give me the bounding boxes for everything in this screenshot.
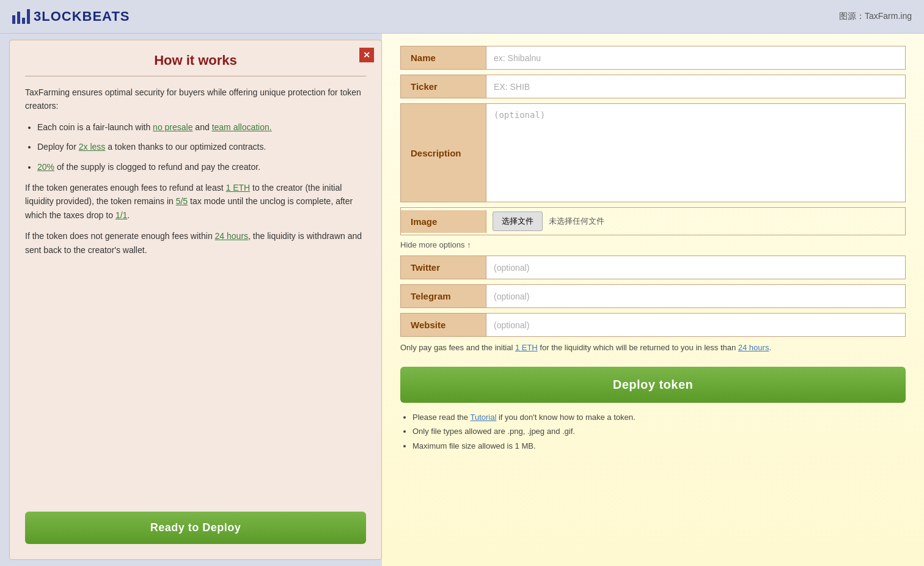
paragraph-3: If the token does not generate enough fe… <box>25 229 366 257</box>
bullet-3-after: of the supply is clogged to refund and p… <box>54 162 260 172</box>
website-input[interactable] <box>486 314 905 336</box>
left-panel: ✕ How it works TaxFarming ensures optima… <box>9 40 382 560</box>
bullet-3: 20% of the supply is clogged to refund a… <box>37 160 366 174</box>
1-eth-link[interactable]: 1 ETH <box>226 183 250 193</box>
liquidity-note-after: for the liquidity which will be returned… <box>538 343 738 352</box>
no-file-selected-label: 未选择任何文件 <box>549 216 604 227</box>
5-5-link[interactable]: 5/5 <box>176 196 188 206</box>
panel-title: How it works <box>25 53 366 68</box>
liquidity-note-end: . <box>769 343 771 352</box>
telegram-label: Telegram <box>401 285 486 307</box>
bullet-2-after: a token thanks to our optimized contract… <box>105 142 266 152</box>
name-input[interactable] <box>486 46 905 69</box>
name-row: Name <box>400 46 906 70</box>
footer-notes: Please read the Tutorial if you don't kn… <box>400 410 906 453</box>
right-panel: Name Ticker Description Image 选择文件 未选择任何… <box>382 34 924 566</box>
20-percent-link[interactable]: 20% <box>37 162 54 172</box>
footer-note-2: Only file types allowed are .png, .jpeg … <box>413 424 906 438</box>
twitter-label: Twitter <box>401 256 486 279</box>
24-hours-note-link[interactable]: 24 hours <box>738 343 769 352</box>
telegram-input[interactable] <box>486 285 905 307</box>
logo-text: 3LOCKBEATS <box>34 9 130 24</box>
logo-bar-4 <box>27 9 30 24</box>
main-content: ✕ How it works TaxFarming ensures optima… <box>0 34 924 566</box>
footer-note-1-before: Please read the <box>413 413 470 422</box>
bullet-1-middle: and <box>193 122 211 132</box>
deploy-token-button[interactable]: Deploy token <box>400 367 906 403</box>
bullet-list: Each coin is a fair-launch with no presa… <box>37 120 366 174</box>
image-label: Image <box>401 210 486 233</box>
ticker-input[interactable] <box>486 75 905 98</box>
24-hours-link[interactable]: 24 hours <box>215 231 248 241</box>
close-button[interactable]: ✕ <box>359 48 374 62</box>
1-1-link[interactable]: 1/1 <box>116 210 127 220</box>
footer-note-1-after: if you don't know how to make a token. <box>496 413 635 422</box>
logo-icon <box>12 9 30 24</box>
ticker-label: Ticker <box>401 75 486 98</box>
logo-bar-2 <box>17 12 20 24</box>
logo-bar-1 <box>12 15 15 24</box>
description-label: Description <box>401 104 486 202</box>
footer-note-3: Maximum file size allowed is 1 MB. <box>413 439 906 453</box>
bullet-1: Each coin is a fair-launch with no presa… <box>37 120 366 134</box>
intro-text: TaxFarming ensures optimal security for … <box>25 86 366 113</box>
panel-divider <box>25 76 366 76</box>
twitter-input[interactable] <box>486 256 905 279</box>
toggle-more-options[interactable]: Hide more options ↑ <box>400 240 906 249</box>
bullet-2: Deploy for 2x less a token thanks to our… <box>37 140 366 153</box>
logo: 3LOCKBEATS <box>12 9 130 24</box>
tutorial-link[interactable]: Tutorial <box>470 413 496 422</box>
footer-notes-list: Please read the Tutorial if you don't kn… <box>413 410 906 453</box>
p2-end: . <box>127 210 130 220</box>
website-row: Website <box>400 313 906 337</box>
2x-less-link[interactable]: 2x less <box>79 142 106 152</box>
1-eth-note-link[interactable]: 1 ETH <box>515 343 538 352</box>
liquidity-note-before: Only pay gas fees and the initial <box>400 343 515 352</box>
bullet-1-before: Each coin is a fair-launch with <box>37 122 153 132</box>
description-row: Description <box>400 103 906 202</box>
description-input[interactable] <box>486 104 905 202</box>
website-label: Website <box>401 314 486 336</box>
ready-to-deploy-button[interactable]: Ready to Deploy <box>25 512 366 544</box>
paragraph-2: If the token generates enough fees to re… <box>25 181 366 222</box>
liquidity-note: Only pay gas fees and the initial 1 ETH … <box>400 342 906 355</box>
panel-body: TaxFarming ensures optimal security for … <box>25 86 366 499</box>
logo-bar-3 <box>22 18 25 24</box>
team-allocation-link[interactable]: team allocation. <box>212 122 272 132</box>
no-presale-link[interactable]: no presale <box>153 122 193 132</box>
p3-before: If the token does not generate enough fe… <box>25 231 215 241</box>
footer-note-1: Please read the Tutorial if you don't kn… <box>413 410 906 424</box>
telegram-row: Telegram <box>400 284 906 308</box>
bullet-2-before: Deploy for <box>37 142 79 152</box>
p2-before: If the token generates enough fees to re… <box>25 183 226 193</box>
image-row: Image 选择文件 未选择任何文件 <box>400 207 906 235</box>
header-source: 图源：TaxFarm.ing <box>839 11 912 22</box>
choose-file-button[interactable]: 选择文件 <box>493 211 543 231</box>
name-label: Name <box>401 46 486 69</box>
header: 3LOCKBEATS 图源：TaxFarm.ing <box>0 0 924 34</box>
twitter-row: Twitter <box>400 255 906 279</box>
ticker-row: Ticker <box>400 75 906 98</box>
